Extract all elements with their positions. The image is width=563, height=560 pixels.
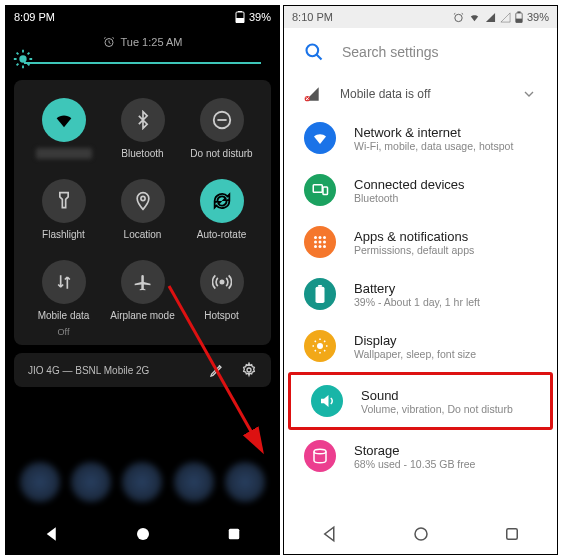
- battery-setting-icon: [314, 285, 326, 303]
- network-icon: [311, 129, 329, 147]
- qs-tile-dnd[interactable]: Do not disturb: [182, 98, 261, 159]
- battery-icon: [515, 11, 523, 23]
- svg-point-32: [314, 449, 326, 454]
- qs-tile-airplane[interactable]: Airplane mode: [103, 260, 182, 337]
- storage-icon: [311, 447, 329, 465]
- airplane-icon: [133, 272, 153, 292]
- battery-icon: [235, 11, 245, 23]
- search-settings[interactable]: Search settings: [284, 28, 557, 76]
- svg-point-9: [137, 528, 149, 540]
- sound-icon: [318, 392, 336, 410]
- status-time: 8:10 PM: [292, 11, 333, 23]
- search-icon: [304, 42, 324, 62]
- nav-home-icon[interactable]: [134, 525, 152, 543]
- svg-point-24: [319, 241, 322, 244]
- qs-tile-hotspot[interactable]: Hotspot: [182, 260, 261, 337]
- nav-bar: [6, 514, 279, 554]
- svg-point-31: [317, 343, 323, 349]
- svg-point-8: [247, 368, 251, 372]
- location-icon: [133, 191, 153, 211]
- settings-app: 8:10 PM 39% Search settings Mobile data …: [283, 5, 558, 555]
- nav-back-icon[interactable]: [321, 525, 339, 543]
- status-bar: 8:09 PM 39%: [6, 6, 279, 28]
- status-battery: 39%: [249, 11, 271, 23]
- svg-rect-19: [323, 187, 328, 195]
- apps-icon: [311, 233, 329, 251]
- settings-item-battery[interactable]: Battery39% - About 1 day, 1 hr left: [284, 268, 557, 320]
- display-icon: [311, 337, 329, 355]
- bluetooth-icon: [133, 110, 153, 130]
- status-bar: 8:10 PM 39%: [284, 6, 557, 28]
- mobiledata-icon: [54, 272, 74, 292]
- carrier-label: JIO 4G — BSNL Mobile 2G: [28, 365, 149, 376]
- svg-rect-1: [236, 18, 244, 23]
- nav-bar: [284, 514, 557, 554]
- svg-point-22: [323, 236, 326, 239]
- wifi-icon: [53, 109, 75, 131]
- alarm-icon: [453, 12, 464, 23]
- svg-rect-15: [517, 11, 520, 13]
- svg-rect-18: [313, 185, 322, 193]
- settings-item-network[interactable]: Network & internetWi-Fi, mobile, data us…: [284, 112, 557, 164]
- svg-point-33: [415, 528, 427, 540]
- svg-rect-2: [238, 11, 242, 12]
- svg-point-20: [314, 236, 317, 239]
- svg-point-27: [319, 245, 322, 248]
- nav-back-icon[interactable]: [43, 525, 61, 543]
- dnd-icon: [211, 109, 233, 131]
- svg-rect-10: [228, 529, 239, 540]
- wifi-label-blurred: [36, 148, 92, 159]
- nav-home-icon[interactable]: [412, 525, 430, 543]
- chevron-down-icon: [521, 86, 537, 102]
- qs-tile-wifi[interactable]: [24, 98, 103, 159]
- status-time: 8:09 PM: [14, 11, 55, 23]
- qs-tile-flashlight[interactable]: Flashlight: [24, 179, 103, 240]
- settings-item-connected[interactable]: Connected devicesBluetooth: [284, 164, 557, 216]
- settings-item-storage[interactable]: Storage68% used - 10.35 GB free: [284, 430, 557, 482]
- nav-recent-icon[interactable]: [503, 525, 521, 543]
- svg-point-25: [323, 241, 326, 244]
- quick-settings-panel: 8:09 PM 39% Tue 1:25 AM Bluetooth Do not…: [5, 5, 280, 555]
- mobile-data-banner[interactable]: Mobile data is off: [284, 76, 557, 112]
- status-battery: 39%: [527, 11, 549, 23]
- gear-icon[interactable]: [241, 362, 257, 378]
- brightness-slider[interactable]: [6, 48, 279, 70]
- alarm-icon: [103, 36, 115, 48]
- signal-icon-2: [500, 12, 511, 23]
- edit-icon[interactable]: [209, 362, 225, 378]
- settings-item-display[interactable]: DisplayWallpaper, sleep, font size: [284, 320, 557, 372]
- settings-item-apps[interactable]: Apps & notificationsPermissions, default…: [284, 216, 557, 268]
- search-placeholder: Search settings: [342, 44, 439, 60]
- svg-point-26: [314, 245, 317, 248]
- autorotate-icon: [211, 190, 233, 212]
- devices-icon: [311, 181, 329, 199]
- qs-tile-autorotate[interactable]: Auto-rotate: [182, 179, 261, 240]
- nav-recent-icon[interactable]: [225, 525, 243, 543]
- svg-point-28: [323, 245, 326, 248]
- signal-off-icon: [304, 86, 320, 102]
- hotspot-icon: [212, 272, 232, 292]
- settings-item-sound[interactable]: SoundVolume, vibration, Do not disturb: [291, 375, 550, 427]
- home-dock-blurred: [14, 454, 271, 510]
- svg-point-4: [19, 55, 26, 62]
- qs-tile-bluetooth[interactable]: Bluetooth: [103, 98, 182, 159]
- svg-point-7: [220, 280, 223, 283]
- svg-point-16: [307, 45, 319, 57]
- alarm-indicator: Tue 1:25 AM: [6, 36, 279, 48]
- svg-rect-34: [506, 529, 517, 540]
- svg-point-21: [319, 236, 322, 239]
- svg-rect-14: [516, 19, 522, 23]
- qs-tile-location[interactable]: Location: [103, 179, 182, 240]
- svg-point-12: [455, 14, 462, 21]
- svg-rect-29: [316, 287, 325, 303]
- signal-icon: [485, 12, 496, 23]
- brightness-thumb-icon: [12, 48, 34, 70]
- svg-point-23: [314, 241, 317, 244]
- qs-tile-mobiledata[interactable]: Mobile data Off: [24, 260, 103, 337]
- flashlight-icon: [54, 191, 74, 211]
- svg-point-6: [140, 196, 144, 200]
- svg-rect-30: [318, 285, 322, 287]
- wifi-icon: [468, 12, 481, 23]
